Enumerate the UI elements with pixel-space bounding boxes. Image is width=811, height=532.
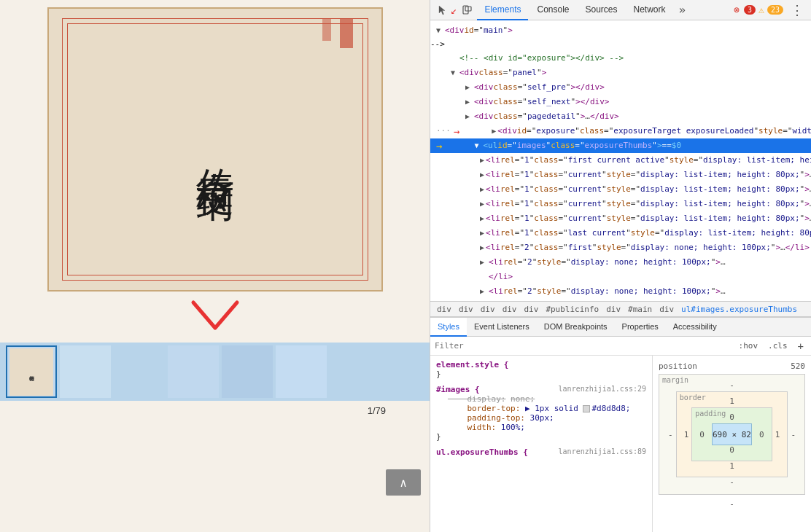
dom-line[interactable]: ▶ <li rel="1" class="current" style="dis…: [430, 211, 811, 226]
style-prop[interactable]: border-top:: [436, 404, 520, 413]
breadcrumb-item[interactable]: div: [500, 305, 519, 314]
collapse-btn[interactable]: ▶: [480, 183, 484, 196]
collapse-btn[interactable]: ▶: [480, 241, 484, 254]
devtools-settings-button[interactable]: ⋮: [786, 2, 808, 17]
border-right: 1: [772, 430, 783, 439]
dom-line[interactable]: ▶ <li rel="1" class="current" style="dis…: [430, 197, 811, 211]
breadcrumb-item[interactable]: div: [657, 305, 676, 314]
dom-line[interactable]: ▶ <li rel="2" class="first" style="displ…: [430, 240, 811, 255]
device-toolbar-button[interactable]: [458, 1, 476, 19]
bottom-panels: Styles Event Listeners DOM Breakpoints P…: [430, 317, 811, 532]
tab-network[interactable]: Network: [626, 0, 673, 20]
filter-cls-button[interactable]: .cls: [765, 340, 791, 352]
scroll-up-button[interactable]: ∧: [386, 469, 421, 496]
dom-line[interactable]: ▼ <div id="main">: [430, 23, 811, 38]
devtools-panel: ↙ Elements Console Sources Network » ⊗ 3…: [430, 0, 811, 532]
styles-filter-bar: :hov .cls +: [430, 337, 811, 356]
red-bookmark: [340, 19, 353, 48]
thumbnail-placeholder-1: [60, 345, 111, 398]
tab-styles[interactable]: Styles: [430, 318, 467, 337]
breadcrumb-item[interactable]: #publicinfo: [543, 305, 601, 314]
style-source[interactable]: lanrenzhijia1.css:29: [559, 385, 646, 393]
border-left: 1: [681, 430, 692, 439]
styles-filter-input[interactable]: [435, 341, 732, 351]
collapse-btn[interactable]: ▶: [465, 95, 473, 109]
dom-tree[interactable]: ▼ <div id="main"> --> <!-- <div id="expo…: [430, 20, 811, 301]
padding-side-row: 0 690 × 82 0: [696, 423, 767, 445]
tab-event-listeners[interactable]: Event Listeners: [467, 318, 537, 337]
breadcrumb-item[interactable]: div: [522, 305, 541, 314]
breadcrumb-item-selected[interactable]: ul#images.exposureThumbs: [679, 305, 799, 314]
collapse-btn[interactable]: ▶: [480, 197, 484, 211]
dom-line[interactable]: ▼ <div class="panel">: [430, 66, 811, 80]
style-brace: }: [436, 432, 441, 442]
style-rule-images: #images { lanrenzhijia1.css:29 display: …: [430, 383, 652, 443]
tab-console[interactable]: Console: [529, 0, 576, 20]
dom-line[interactable]: ▶ <div class="self_pre"></div>: [430, 80, 811, 95]
cursor-icon: [437, 5, 447, 15]
collapse-btn[interactable]: ▼: [436, 24, 443, 37]
dom-line[interactable]: ▶ <li rel="2" style="display: none; heig…: [430, 284, 811, 299]
dom-line[interactable]: ▶ <li rel="2" style="display: none; heig…: [430, 255, 811, 270]
dom-line[interactable]: ▶ <li rel="1" class="current" style="dis…: [430, 182, 811, 197]
tab-accessibility[interactable]: Accessibility: [666, 318, 724, 337]
box-padding: padding 0 0 690 × 82 0: [691, 407, 772, 461]
breadcrumb-item[interactable]: div: [478, 305, 497, 314]
style-prop[interactable]: width:: [436, 423, 496, 432]
collapse-btn[interactable]: ▶: [480, 227, 484, 240]
dom-line[interactable]: ▶ <li rel="1" class="last current" style…: [430, 226, 811, 240]
breadcrumb-item[interactable]: div: [457, 305, 476, 314]
dom-line-images[interactable]: → ▼ <ul id="images" class="exposureThumb…: [430, 138, 811, 153]
book-title: 传奇梃纲: [190, 138, 241, 161]
style-prop[interactable]: display:: [436, 394, 505, 404]
style-value: 100%;: [501, 423, 525, 432]
collapse-btn[interactable]: ▼: [451, 66, 458, 79]
collapse-btn[interactable]: ▶: [492, 125, 496, 138]
margin-bottom: -: [665, 477, 799, 487]
margin-side-row: - border 1 1 padding 0: [665, 391, 799, 477]
box-border: border 1 1 padding 0 0: [676, 391, 788, 477]
thumbnail-active[interactable]: 传奇梃纲: [6, 345, 57, 398]
inspect-element-button[interactable]: [433, 1, 451, 19]
tab-dom-breakpoints[interactable]: DOM Breakpoints: [537, 318, 615, 337]
filter-pseudo-button[interactable]: :hov: [736, 340, 761, 352]
style-source[interactable]: lanrenzhijia1.css:89: [559, 447, 646, 455]
dom-line[interactable]: ▶ <div class="pagedetail">…</div>: [430, 109, 811, 124]
error-icon: ⊗: [734, 4, 740, 15]
tab-properties[interactable]: Properties: [615, 318, 666, 337]
thumbnail-placeholder-4: [222, 345, 273, 398]
dom-line[interactable]: </li>: [430, 270, 811, 284]
breadcrumb-item[interactable]: #main: [626, 305, 654, 314]
more-tabs-button[interactable]: »: [675, 3, 691, 17]
dom-line-exposure[interactable]: ··· → ▶ <div id="exposure" class="exposu…: [430, 124, 811, 138]
tab-sources[interactable]: Sources: [578, 0, 625, 20]
device-icon: [462, 5, 472, 15]
margin-label: margin: [662, 376, 688, 384]
breadcrumb-bar: div div div div div #publicinfo div #mai…: [430, 301, 811, 317]
book-cover-inner: 传奇梃纲: [62, 18, 368, 281]
dom-line[interactable]: ▶ <li rel="1" class="first current activ…: [430, 153, 811, 168]
warning-count: 23: [767, 5, 783, 15]
collapse-btn[interactable]: ▶: [480, 168, 484, 181]
breadcrumb-item[interactable]: div: [435, 305, 454, 314]
collapse-btn[interactable]: ▶: [480, 154, 484, 167]
dom-line[interactable]: ▶ <li rel="1" class="current" style="dis…: [430, 168, 811, 182]
box-margin: margin - - border 1 1: [659, 374, 805, 495]
style-prop[interactable]: padding-top:: [436, 413, 525, 423]
filter-add-button[interactable]: +: [795, 339, 807, 353]
collapse-btn[interactable]: ▶: [465, 110, 473, 123]
collapse-btn[interactable]: ▼: [474, 139, 481, 152]
bottom-dim: -: [659, 499, 805, 509]
collapse-btn[interactable]: ▶: [465, 81, 473, 94]
collapse-btn[interactable]: ▶: [480, 256, 487, 269]
breadcrumb-item[interactable]: div: [604, 305, 623, 314]
tab-elements[interactable]: Elements: [477, 0, 528, 20]
collapse-btn[interactable]: ▶: [480, 285, 487, 298]
dom-line[interactable]: ▶ <div class="self_next"></div>: [430, 95, 811, 109]
right-arrow-highlight: →: [436, 139, 442, 152]
dom-line[interactable]: <!-- <div id="exposure"></div> -->: [430, 51, 811, 66]
box-model-panel: position 520 margin - - border 1: [653, 356, 811, 532]
margin-right: -: [788, 430, 799, 439]
collapse-btn[interactable]: ▶: [480, 212, 484, 225]
style-selector: element.style {: [436, 360, 508, 369]
